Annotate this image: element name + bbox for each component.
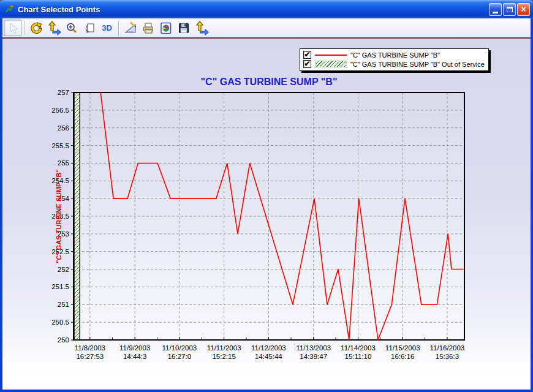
minimize-icon [493, 12, 498, 13]
svg-text:252: 252 [58, 266, 69, 273]
legend-label-series: "C" GAS TURBINE SUMP "B" [350, 51, 440, 59]
svg-text:11/12/2003: 11/12/2003 [251, 344, 286, 352]
legend-label-out-of-service: "C" GAS TURBINE SUMP "B" Out of Service [350, 61, 485, 68]
chart-title: "C" GAS TURBINE SUMP "B" [201, 77, 338, 87]
save-icon [177, 21, 191, 35]
export-button[interactable] [192, 20, 210, 36]
printer-icon [142, 21, 155, 35]
chart-area: 257256.5256255.5255254.5254253.5253252.5… [2, 39, 531, 390]
legend-checkbox-out-of-service[interactable]: ✔ [303, 60, 311, 68]
title-bar[interactable]: Chart Selected Points × [0, 0, 533, 18]
window-title: Chart Selected Points [18, 5, 489, 14]
legend: ✔ "C" GAS TURBINE SUMP "B" ✔ "C" GAS TUR… [300, 48, 489, 71]
toolbar-separator [118, 21, 119, 36]
legend-item-out-of-service: ✔ "C" GAS TURBINE SUMP "B" Out of Servic… [303, 59, 485, 69]
svg-text:11/13/2003: 11/13/2003 [296, 344, 331, 352]
select-pointer-button[interactable] [4, 20, 21, 36]
rotate-icon [29, 21, 43, 35]
move-button[interactable] [45, 20, 62, 36]
svg-text:15:11:10: 15:11:10 [345, 353, 372, 360]
legend-checkbox-series[interactable]: ✔ [303, 51, 311, 59]
svg-text:251.5: 251.5 [51, 283, 69, 290]
paging-button[interactable] [80, 20, 98, 36]
window: Chart Selected Points × [0, 0, 533, 392]
design-button[interactable] [121, 20, 139, 36]
svg-text:15:2:15: 15:2:15 [212, 353, 235, 360]
legend-item-series: ✔ "C" GAS TURBINE SUMP "B" [303, 50, 485, 59]
svg-text:16:27:0: 16:27:0 [168, 353, 191, 360]
legend-swatch-line [315, 55, 347, 56]
svg-text:256: 256 [58, 124, 69, 132]
move-icon [47, 21, 61, 36]
svg-text:16:27:53: 16:27:53 [76, 353, 104, 360]
3d-label: 3D [102, 23, 112, 32]
print-button[interactable] [139, 20, 157, 36]
3d-button[interactable]: 3D [98, 20, 116, 36]
svg-text:251: 251 [58, 301, 69, 308]
svg-text:255: 255 [58, 159, 69, 167]
window-controls: × [489, 3, 530, 16]
svg-text:11/11/2003: 11/11/2003 [207, 344, 241, 352]
svg-text:11/10/2003: 11/10/2003 [162, 344, 197, 352]
zoom-icon [65, 21, 78, 35]
close-icon: × [521, 5, 526, 13]
svg-text:14:44:3: 14:44:3 [123, 353, 146, 360]
svg-text:16:6:16: 16:6:16 [391, 353, 414, 360]
maximize-button[interactable] [503, 3, 516, 16]
svg-text:256.5: 256.5 [51, 107, 69, 114]
toolbar-separator [24, 21, 25, 36]
svg-text:11/9/2003: 11/9/2003 [119, 344, 150, 352]
svg-text:257: 257 [58, 89, 69, 96]
svg-text:11/15/2003: 11/15/2003 [385, 344, 420, 352]
svg-text:250: 250 [58, 336, 69, 344]
save-button[interactable] [175, 20, 192, 36]
chart-app-icon [4, 4, 15, 15]
pointer-icon [6, 21, 20, 35]
toolbar: 3D [2, 18, 531, 39]
svg-text:14:45:44: 14:45:44 [255, 353, 282, 360]
gallery-icon [159, 21, 173, 35]
out-of-service-band [74, 92, 80, 340]
export-arrows-icon [194, 21, 209, 36]
minimize-button[interactable] [489, 3, 502, 16]
y-axis-title: "C" GAS TURBINE SUMP "B" [55, 169, 62, 263]
close-button[interactable]: × [517, 3, 530, 16]
svg-text:11/8/2003: 11/8/2003 [75, 344, 105, 352]
design-ruler-icon [124, 21, 137, 35]
paging-icon [83, 21, 96, 35]
legend-swatch-hatch [315, 61, 347, 67]
svg-text:15:36:3: 15:36:3 [436, 353, 459, 360]
svg-text:255.5: 255.5 [51, 142, 69, 149]
svg-text:11/16/2003: 11/16/2003 [430, 344, 465, 352]
svg-text:11/14/2003: 11/14/2003 [341, 344, 376, 352]
svg-text:250.5: 250.5 [51, 318, 69, 326]
chart-plot: 257256.5256255.5255254.5254253.5253252.5… [2, 39, 531, 372]
zoom-button[interactable] [62, 20, 80, 36]
gallery-button[interactable] [157, 20, 175, 36]
maximize-icon [507, 7, 513, 12]
svg-text:14:39:47: 14:39:47 [300, 353, 327, 360]
rotate-button[interactable] [27, 20, 45, 36]
